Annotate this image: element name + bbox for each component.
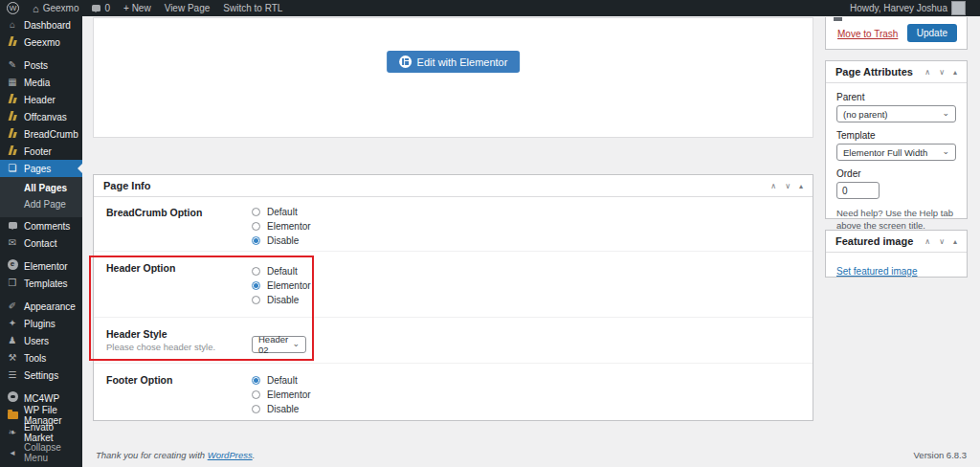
user-account-menu[interactable]: Howdy, Harvey Joshua: [843, 1, 972, 15]
radio-option-disable[interactable]: Disable: [252, 234, 311, 248]
move-down-icon[interactable]: [939, 237, 945, 246]
site-name: Geexmo: [43, 3, 79, 13]
radio-icon[interactable]: [252, 390, 260, 399]
radio-option-elementor[interactable]: Elementor: [252, 278, 311, 293]
wordpress-logo-icon: [7, 2, 19, 14]
geexmo-logo-icon: [7, 111, 18, 123]
plugins-icon: [7, 318, 18, 329]
toggle-panel-icon[interactable]: [799, 182, 803, 190]
sidebar-item-templates[interactable]: Templates: [0, 275, 82, 292]
sidebar-item-pages[interactable]: Pages: [0, 160, 82, 177]
mc4wp-icon: [7, 391, 18, 405]
move-up-icon[interactable]: [770, 182, 776, 190]
toggle-panel-icon[interactable]: [953, 237, 957, 246]
sidebar-item-contact[interactable]: Contact: [0, 234, 82, 252]
sidebar-item-elementor[interactable]: Elementor: [0, 257, 82, 275]
move-down-icon[interactable]: [939, 68, 945, 77]
wordpress-admin-page: Geexmo 0 + New View Page Switch to RTL H…: [0, 0, 980, 467]
sidebar-item-dashboard[interactable]: Dashboard: [0, 16, 82, 33]
template-select[interactable]: Elementor Full Width: [836, 144, 956, 161]
sidebar-item-envato-market[interactable]: Envato Market: [0, 424, 82, 441]
sidebar-item-header[interactable]: Header: [0, 91, 82, 108]
user-avatar: [951, 1, 966, 15]
radio-option-elementor[interactable]: Elementor: [252, 219, 311, 234]
wordpress-link[interactable]: WordPress: [208, 450, 253, 460]
sidebar-item-footer[interactable]: Footer: [0, 143, 82, 160]
comments-shortcut[interactable]: 0: [85, 0, 117, 16]
radio-option-disable[interactable]: Disable: [252, 402, 311, 416]
submenu-item-add-page[interactable]: Add Page: [0, 196, 82, 212]
collapse-menu-button[interactable]: Collapse Menu: [0, 444, 82, 461]
footer-option-radios: Default Elementor Disable: [252, 373, 311, 416]
sidebar-item-posts[interactable]: Posts: [0, 56, 82, 74]
new-content-menu[interactable]: + New: [117, 0, 158, 16]
breadcrumb-option-radios: Default Elementor Disable: [252, 205, 311, 248]
settings-icon: [7, 369, 18, 381]
sidebar-item-breadcrumb[interactable]: BreadCrumb: [0, 125, 82, 143]
view-page-link[interactable]: View Page: [158, 0, 217, 16]
howdy-text: Howdy, Harvey Joshua: [850, 3, 947, 13]
sidebar-item-media[interactable]: Media: [0, 74, 82, 91]
radio-option-disable[interactable]: Disable: [252, 293, 311, 307]
file-manager-icon: [7, 410, 18, 422]
header-style-select[interactable]: Header 02: [252, 336, 306, 353]
envato-icon: [7, 427, 18, 438]
radio-icon-selected[interactable]: [252, 236, 260, 245]
sidebar-item-comments[interactable]: Comments: [0, 217, 82, 234]
radio-icon-selected[interactable]: [252, 376, 260, 385]
template-label: Template: [836, 130, 956, 141]
footer-option-label: Footer Option: [106, 374, 172, 386]
switch-to-rtl-link[interactable]: Switch to RTL: [216, 0, 289, 16]
page-attributes-title: Page Attributes: [835, 66, 913, 78]
header-option-row: Header Option Default Elementor Disable: [94, 251, 813, 318]
header-option-label: Header Option: [106, 262, 175, 274]
set-featured-image-link[interactable]: Set featured image: [836, 266, 918, 277]
sidebar-item-appearance[interactable]: Appearance: [0, 298, 82, 315]
home-icon: [33, 3, 39, 14]
chevron-down-icon: [942, 147, 949, 158]
order-input[interactable]: [836, 182, 880, 199]
parent-select[interactable]: (no parent): [836, 105, 956, 122]
sidebar-item-settings[interactable]: Settings: [0, 367, 82, 384]
sidebar-item-plugins[interactable]: Plugins: [0, 315, 82, 332]
geexmo-logo-icon: [7, 36, 18, 49]
elementor-icon: [399, 56, 412, 68]
radio-option-default[interactable]: Default: [252, 264, 311, 278]
radio-icon[interactable]: [252, 222, 260, 231]
media-icon: [7, 77, 18, 88]
radio-icon[interactable]: [252, 208, 260, 216]
move-up-icon[interactable]: [924, 237, 930, 246]
update-button[interactable]: Update: [907, 24, 957, 42]
sidebar-item-offcanvas[interactable]: Offcanvas: [0, 108, 82, 125]
radio-icon[interactable]: [252, 267, 260, 276]
site-name-link[interactable]: Geexmo: [26, 0, 85, 16]
radio-option-default[interactable]: Default: [252, 373, 311, 388]
wordpress-menu[interactable]: [0, 0, 26, 16]
header-style-label: Header Style: [106, 328, 167, 340]
contact-icon: [7, 237, 18, 249]
submenu-item-all-pages[interactable]: All Pages: [0, 180, 82, 196]
order-label: Order: [836, 168, 956, 179]
radio-option-default[interactable]: Default: [252, 205, 311, 219]
toggle-panel-icon[interactable]: [953, 68, 957, 77]
page-info-header: Page Info: [94, 175, 813, 197]
move-down-icon[interactable]: [785, 182, 791, 190]
edit-with-elementor-button[interactable]: Edit with Elementor: [387, 51, 521, 73]
radio-icon[interactable]: [252, 405, 260, 413]
radio-icon-selected[interactable]: [252, 281, 260, 290]
radio-option-elementor[interactable]: Elementor: [252, 388, 311, 402]
sidebar-item-geexmo[interactable]: Geexmo: [0, 33, 82, 51]
users-icon: [7, 335, 18, 346]
header-style-row: Header Style Please chose header style. …: [94, 317, 813, 364]
radio-icon[interactable]: [252, 296, 260, 304]
publish-metabox: Move to Trash Update: [825, 17, 968, 50]
sidebar-item-users[interactable]: Users: [0, 332, 82, 349]
pages-submenu: All Pages Add Page: [0, 177, 82, 217]
move-up-icon[interactable]: [924, 68, 930, 77]
breadcrumb-option-row: BreadCrumb Option Default Elementor Disa…: [94, 196, 813, 251]
comments-icon: [7, 220, 18, 232]
sidebar-item-tools[interactable]: Tools: [0, 349, 82, 367]
footer-thanks: Thank you for creating with WordPress.: [96, 450, 255, 460]
comment-bubble-icon: [92, 5, 100, 11]
move-to-trash-link[interactable]: Move to Trash: [837, 29, 898, 39]
